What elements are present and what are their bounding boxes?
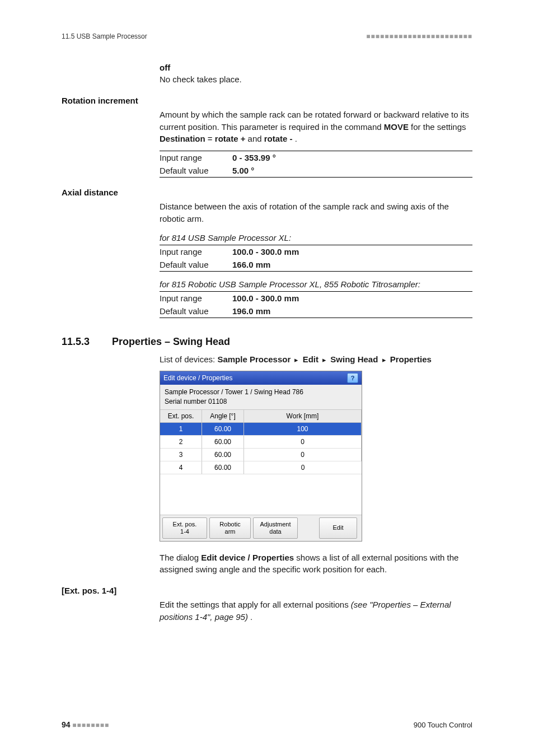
- cell-angle[interactable]: 60.00: [202, 423, 244, 436]
- input-range-label: Input range: [160, 245, 232, 258]
- rotate-plus-keyword: rotate +: [215, 134, 246, 143]
- table-row: Default value 166.0 mm: [160, 258, 472, 272]
- input-range-value: 0 - 353.99 °: [232, 151, 472, 165]
- ext-pos-1-4-button[interactable]: Ext. pos. 1-4: [162, 517, 207, 539]
- dialog-name-bold: Edit device / Properties: [201, 553, 294, 562]
- dialog-table: Ext. pos. Angle [°] Work [mm] 1 60.00 10…: [160, 410, 362, 474]
- destination-keyword: Destination: [160, 134, 205, 143]
- breadcrumb-item: Swing Head: [330, 354, 378, 364]
- dialog-button-bar: Ext. pos. 1-4 Robotic arm Adjustment dat…: [160, 515, 362, 541]
- axial-note-814: for 814 USB Sample Processor XL:: [160, 233, 472, 242]
- page-number: 94: [62, 720, 71, 729]
- after-dialog-paragraph: The dialog Edit device / Properties show…: [160, 552, 472, 576]
- cell-ext-pos[interactable]: 3: [160, 449, 202, 461]
- chevron-right-icon: ▸: [321, 356, 328, 364]
- text: =: [208, 134, 215, 143]
- breadcrumb-item: Edit: [303, 354, 318, 364]
- off-block: off No check takes place.: [160, 63, 472, 86]
- dialog-titlebar: Edit device / Properties ?: [160, 371, 362, 385]
- rotation-paragraph: Amount by which the sample rack can be r…: [160, 109, 472, 145]
- page: 11.5 USB Sample Processor ■■■■■■■■■■■■■■…: [0, 0, 534, 756]
- col-ext-pos: Ext. pos.: [160, 410, 202, 423]
- heading-ext-pos-1-4: [Ext. pos. 1-4]: [62, 586, 472, 595]
- robotic-arm-button[interactable]: Robotic arm: [209, 517, 251, 539]
- breadcrumb-item: Properties: [390, 354, 432, 364]
- axial-note-815: for 815 Robotic USB Sample Processor XL,…: [160, 279, 472, 289]
- cell-ext-pos[interactable]: 4: [160, 461, 202, 474]
- text: and: [248, 134, 264, 143]
- text: Edit the settings that apply for all ext…: [160, 600, 351, 609]
- table-row: Input range 100.0 - 300.0 mm: [160, 291, 472, 305]
- default-value-value: 5.00 °: [232, 164, 472, 178]
- rotation-block: Amount by which the sample rack can be r…: [160, 109, 472, 178]
- text: for the settings: [411, 122, 466, 132]
- col-work: Work [mm]: [244, 410, 362, 423]
- text: The dialog: [160, 553, 201, 562]
- dialog-path: Sample Processor / Tower 1 / Swing Head …: [165, 388, 357, 396]
- breadcrumb-prefix: List of devices:: [160, 354, 217, 364]
- cell-ext-pos[interactable]: 2: [160, 436, 202, 449]
- table-row: Default value 196.0 mm: [160, 305, 472, 318]
- axial-table-815: Input range 100.0 - 300.0 mm Default val…: [160, 291, 472, 318]
- axial-paragraph: Distance between the axis of rotation of…: [160, 200, 472, 225]
- rotate-minus-keyword: rotate -: [264, 134, 293, 143]
- cell-work[interactable]: 0: [244, 461, 362, 474]
- cell-ext-pos[interactable]: 1: [160, 423, 202, 436]
- chevron-right-icon: ▸: [381, 356, 388, 364]
- default-value-label: Default value: [160, 164, 232, 178]
- col-angle: Angle [°]: [202, 410, 244, 423]
- adjustment-data-button[interactable]: Adjustment data: [253, 517, 298, 539]
- header-section: 11.5 USB Sample Processor: [62, 32, 147, 40]
- breadcrumb-item: Sample Processor: [217, 354, 291, 364]
- cell-angle[interactable]: 60.00: [202, 436, 244, 449]
- off-description: No check takes place.: [160, 73, 472, 86]
- default-value-value: 166.0 mm: [232, 258, 472, 272]
- default-value-label: Default value: [160, 305, 232, 318]
- cell-work[interactable]: 0: [244, 436, 362, 449]
- input-range-label: Input range: [160, 151, 232, 165]
- help-icon[interactable]: ?: [347, 373, 358, 383]
- cell-work[interactable]: 0: [244, 449, 362, 461]
- edit-button[interactable]: Edit: [319, 517, 357, 539]
- section-title: Properties – Swing Head: [112, 336, 230, 348]
- table-row: Input range 0 - 353.99 °: [160, 151, 472, 165]
- section-heading-row: 11.5.3 Properties – Swing Head: [62, 336, 472, 348]
- table-row: Default value 5.00 °: [160, 164, 472, 178]
- rotation-table: Input range 0 - 353.99 ° Default value 5…: [160, 151, 472, 178]
- footer-product: 900 Touch Control: [414, 721, 472, 729]
- dialog-serial: Serial number 01108: [165, 397, 357, 406]
- cell-angle[interactable]: 60.00: [202, 449, 244, 461]
- cell-angle[interactable]: 60.00: [202, 461, 244, 474]
- term-off: off: [160, 63, 472, 72]
- running-header: 11.5 USB Sample Processor ■■■■■■■■■■■■■■…: [62, 32, 472, 40]
- heading-rotation-increment: Rotation increment: [62, 96, 472, 105]
- dialog-empty-area: [160, 474, 362, 515]
- section-number: 11.5.3: [62, 336, 112, 348]
- page-footer: 94 ■■■■■■■■ 900 Touch Control: [62, 720, 472, 729]
- dialog-title-text: Edit device / Properties: [163, 374, 232, 382]
- cell-work[interactable]: 100: [244, 423, 362, 436]
- ext-pos-paragraph: Edit the settings that apply for all ext…: [160, 599, 472, 623]
- table-row: Input range 100.0 - 300.0 mm: [160, 245, 472, 258]
- chevron-right-icon: ▸: [293, 356, 300, 364]
- text: .: [295, 134, 297, 143]
- axial-block: Distance between the axis of rotation of…: [160, 200, 472, 318]
- input-range-value: 100.0 - 300.0 mm: [232, 291, 472, 305]
- default-value-value: 196.0 mm: [232, 305, 472, 318]
- heading-axial-distance: Axial distance: [62, 188, 472, 197]
- input-range-label: Input range: [160, 291, 232, 305]
- dialog-subheader: Sample Processor / Tower 1 / Swing Head …: [160, 385, 362, 409]
- text: .: [250, 612, 252, 622]
- section-body: List of devices: Sample Processor ▸ Edit…: [160, 353, 472, 576]
- footer-squares-icon: ■■■■■■■■: [72, 721, 109, 729]
- breadcrumb: List of devices: Sample Processor ▸ Edit…: [160, 353, 472, 366]
- move-keyword: MOVE: [384, 122, 409, 132]
- ext-pos-block: Edit the settings that apply for all ext…: [160, 599, 472, 623]
- footer-left: 94 ■■■■■■■■: [62, 720, 109, 729]
- input-range-value: 100.0 - 300.0 mm: [232, 245, 472, 258]
- header-squares-icon: ■■■■■■■■■■■■■■■■■■■■■■■: [366, 32, 472, 40]
- edit-device-dialog: Edit device / Properties ? Sample Proces…: [160, 371, 362, 541]
- default-value-label: Default value: [160, 258, 232, 272]
- axial-table-814: Input range 100.0 - 300.0 mm Default val…: [160, 245, 472, 272]
